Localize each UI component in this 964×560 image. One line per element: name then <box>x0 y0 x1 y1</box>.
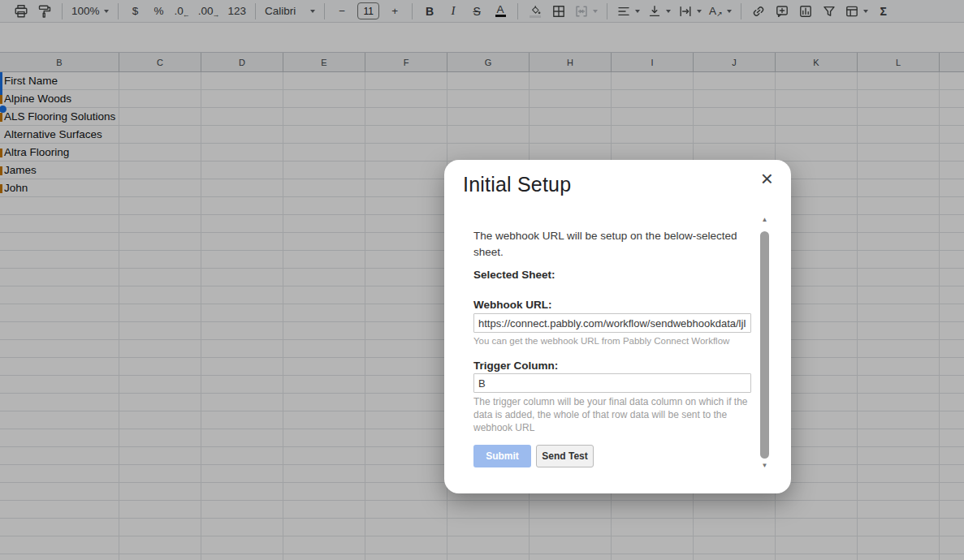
initial-setup-dialog: Initial Setup × The webhook URL will be … <box>444 160 791 493</box>
trigger-column-input[interactable] <box>473 373 751 393</box>
send-test-button[interactable]: Send Test <box>536 445 594 467</box>
dialog-actions: Submit Send Test <box>473 445 751 467</box>
trigger-column-label: Trigger Column: <box>473 359 751 373</box>
dialog-title: Initial Setup <box>463 173 571 196</box>
trigger-column-help: The trigger column will be your final da… <box>473 395 751 434</box>
intro-text: The webhook URL will be setup on the bel… <box>473 228 751 261</box>
webhook-url-help: You can get the webhook URL from Pabbly … <box>473 335 751 347</box>
submit-button[interactable]: Submit <box>473 445 531 467</box>
webhook-url-input[interactable] <box>473 313 751 333</box>
scroll-up-icon[interactable]: ▲ <box>760 216 769 224</box>
dialog-content: The webhook URL will be setup on the bel… <box>473 228 751 467</box>
scroll-down-icon[interactable]: ▼ <box>760 462 769 470</box>
webhook-url-label: Webhook URL: <box>473 298 751 312</box>
close-icon[interactable]: × <box>761 168 773 189</box>
selected-sheet-label: Selected Sheet: <box>473 268 751 282</box>
scrollbar-thumb[interactable] <box>760 231 769 459</box>
